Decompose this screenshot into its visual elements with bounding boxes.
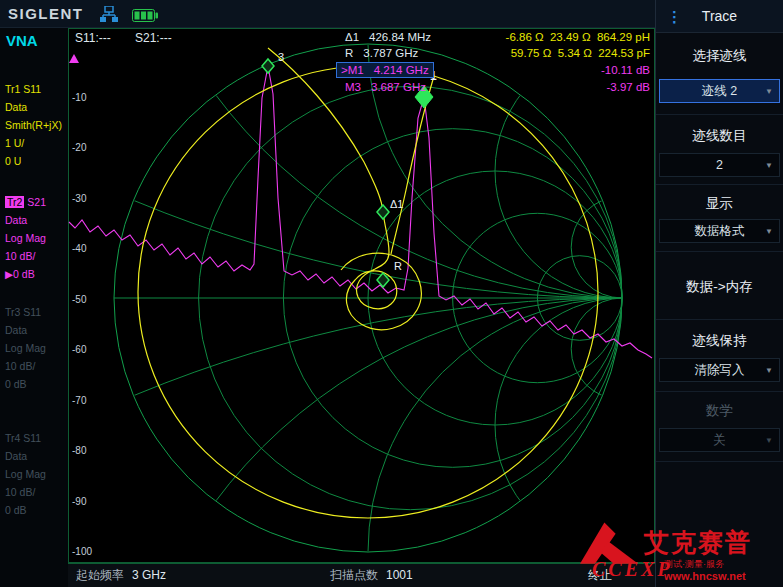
select-trace-dropdown[interactable]: 迹线 2 ▼ [659, 79, 780, 103]
menu-section-math: 数学 关 ▼ [656, 392, 783, 462]
trace-summary-row: 0 U [5, 152, 67, 170]
trace-summary-row: Smith(R+jX) [5, 116, 67, 134]
trace-name: Tr3 [5, 306, 20, 318]
trace-summary-row: 1 U/ [5, 134, 67, 152]
readout-value: -10.11 dB [601, 64, 650, 76]
trace-summary-row: 10 dB/ [5, 247, 67, 265]
menu-item-label: 数学 [656, 402, 783, 420]
readout-freq: 3.787 GHz [363, 47, 418, 59]
trace-name: Tr1 [5, 83, 20, 95]
readout-freq: 4.214 GHz [374, 64, 429, 76]
dropdown-value: 清除写入 [695, 362, 745, 379]
vna-screen: SIGLENT VNA Tr1 S1 [0, 0, 783, 587]
y-axis-label: -40 [72, 243, 102, 254]
caret-down-icon: ▼ [765, 161, 773, 170]
brand-logo: SIGLENT [8, 0, 84, 28]
readout-value: -3.97 dB [607, 81, 650, 93]
y-axis-label: -100 [72, 546, 102, 557]
dropdown-value: 数据格式 [695, 223, 745, 240]
battery-icon [132, 8, 158, 26]
trace-menu: ⋮ Trace 选择迹线 迹线 2 ▼ 迹线数目 2 ▼ 显示 数据格式 ▼ [655, 0, 783, 587]
stop-frequency-label: 终止 [588, 564, 612, 587]
active-marker-readout: >M14.214 GHz -10.11 dB [68, 64, 655, 78]
data-to-memory-button[interactable]: 数据->内存 [656, 278, 783, 296]
caret-down-icon: ▼ [765, 87, 773, 96]
menu-dots-icon: ⋮ [667, 0, 682, 33]
sweep-points-label: 扫描点数 [330, 568, 378, 582]
readout-value: -6.86 Ω 23.49 Ω 864.29 pH [506, 31, 650, 43]
marker-readout-row: M33.687 GHz -3.97 dB [68, 81, 655, 95]
dropdown-value: 迹线 2 [702, 83, 737, 100]
trace-summary-tr2[interactable]: Tr2 S21 Data Log Mag 10 dB/ ▶0 dB [5, 193, 67, 283]
trace-summary-row: 0 dB [5, 375, 67, 393]
trace-param: S11 [23, 306, 41, 318]
trace-summary-tr1[interactable]: Tr1 S11 Data Smith(R+jX) 1 U/ 0 U [5, 80, 67, 170]
menu-item-label: 迹线保持 [656, 332, 783, 350]
menu-section-trace-count: 迹线数目 2 ▼ [656, 115, 783, 185]
trace-status-panel: VNA Tr1 S11 Data Smith(R+jX) 1 U/ 0 U Tr… [0, 28, 68, 587]
y-axis-label: -30 [72, 193, 102, 204]
caret-down-icon: ▼ [765, 436, 773, 445]
trace-param: S21 [27, 196, 46, 208]
caret-down-icon: ▼ [765, 227, 773, 236]
sweep-points-value: 1001 [386, 568, 413, 582]
menu-header: ⋮ Trace [656, 0, 783, 33]
menu-section-trace-hold: 迹线保持 清除写入 ▼ [656, 320, 783, 392]
data-format-dropdown[interactable]: 数据格式 ▼ [659, 219, 780, 243]
y-axis-label: -70 [72, 395, 102, 406]
trace-summary-row: ▶0 dB [5, 265, 67, 283]
readout-freq: 3.687 GHz [371, 81, 426, 93]
marker-r-label: R [394, 260, 402, 272]
dropdown-value: 关 [713, 432, 726, 449]
y-axis-label: -90 [72, 496, 102, 507]
vna-mode-label[interactable]: VNA [6, 32, 38, 49]
trace-param: S11 [23, 83, 41, 95]
readout-freq: 426.84 MHz [369, 31, 431, 43]
trace-name: Tr4 [5, 432, 20, 444]
trace-summary-row: Data [5, 211, 67, 229]
trace-hold-dropdown[interactable]: 清除写入 ▼ [659, 358, 780, 382]
math-dropdown[interactable]: 关 ▼ [659, 428, 780, 452]
dropdown-value: 2 [716, 158, 723, 172]
trace-count-dropdown[interactable]: 2 ▼ [659, 153, 780, 177]
trace-summary-row: Data [5, 447, 67, 465]
graph-area: 3 1 Δ1 R S11:--- S21:--- -10 -20 -30 -40… [68, 28, 655, 563]
marker-readout-row: R3.787 GHz 59.75 Ω 5.34 Ω 224.53 pF [68, 47, 655, 61]
y-axis-label: -80 [72, 445, 102, 456]
graph-border [69, 29, 655, 563]
caret-down-icon: ▼ [765, 366, 773, 375]
active-trace-tag: Tr2 [5, 196, 24, 208]
menu-item-label: 选择迹线 [656, 47, 783, 65]
marker-delta1-diamond[interactable] [377, 205, 389, 219]
trace-s21-logmag [69, 66, 652, 358]
readout-value: 59.75 Ω 5.34 Ω 224.53 pF [511, 47, 650, 59]
trace-s11-smith [138, 48, 598, 518]
trace-summary-row: Data [5, 321, 67, 339]
smith-grid [68, 28, 655, 563]
y-axis-label: -60 [72, 344, 102, 355]
trace-param: S11 [23, 432, 41, 444]
readout-label: M3 [345, 81, 361, 93]
start-frequency-label: 起始频率 [76, 568, 124, 582]
menu-section-data-to-memory: 数据->内存 [656, 252, 783, 320]
trace-summary-row: Data [5, 98, 67, 116]
marker-readout-row: Δ1426.84 MHz -6.86 Ω 23.49 Ω 864.29 pH [68, 31, 655, 45]
readout-label: R [345, 47, 353, 59]
trace-summary-row: Log Mag [5, 229, 67, 247]
trace-summary-row: Log Mag [5, 339, 67, 357]
trace-summary-tr3[interactable]: Tr3 S11 Data Log Mag 10 dB/ 0 dB [5, 303, 67, 393]
trace-summary-row: 0 dB [5, 501, 67, 519]
lan-icon [100, 6, 118, 26]
trace-summary-row: 10 dB/ [5, 357, 67, 375]
menu-item-label: 显示 [656, 195, 783, 213]
menu-item-label: 迹线数目 [656, 127, 783, 145]
top-bar: SIGLENT [0, 0, 655, 28]
y-axis-label: -20 [72, 142, 102, 153]
readout-label: >M1 [341, 64, 364, 76]
marker-delta1-label: Δ1 [390, 198, 403, 210]
smith-chart: 3 1 Δ1 R [68, 28, 655, 563]
menu-section-display: 显示 数据格式 ▼ [656, 185, 783, 252]
sweep-status-bar: 起始频率3 GHz 扫描点数1001 终止 [68, 563, 655, 587]
readout-label: Δ1 [345, 31, 359, 43]
trace-summary-tr4[interactable]: Tr4 S11 Data Log Mag 10 dB/ 0 dB [5, 429, 67, 519]
